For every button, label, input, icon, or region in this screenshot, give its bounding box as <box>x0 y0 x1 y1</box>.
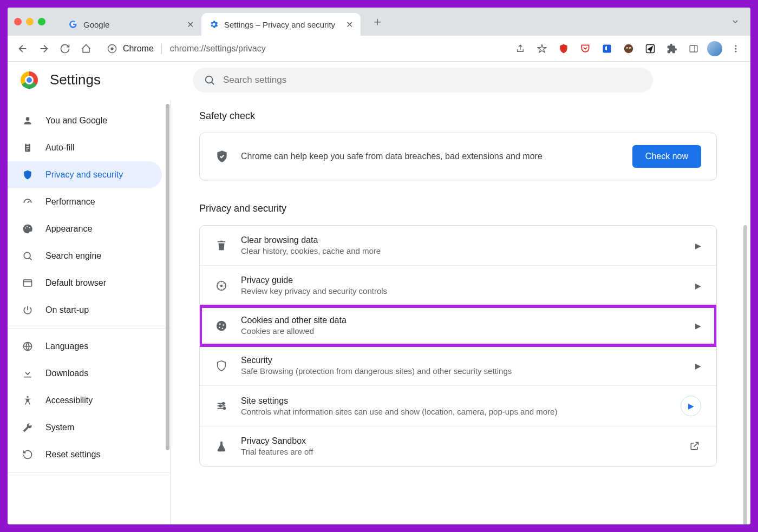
tab-settings[interactable]: Settings – Privacy and security ✕ <box>201 13 361 36</box>
sidebar-item-label: System <box>45 423 74 432</box>
safety-check-card: Chrome can help keep you safe from data … <box>199 133 717 180</box>
sidebar-item-appearance[interactable]: Appearance <box>8 215 162 242</box>
svg-rect-16 <box>25 144 30 152</box>
svg-point-26 <box>221 285 223 286</box>
share-icon[interactable] <box>512 41 528 57</box>
new-tab-button[interactable]: ＋ <box>366 11 389 32</box>
extensions-button[interactable] <box>664 41 680 57</box>
close-tab-icon[interactable]: ✕ <box>346 19 353 30</box>
svg-rect-10 <box>690 45 697 52</box>
svg-point-14 <box>206 76 213 83</box>
app-content: Settings You and Google Auto-fill <box>8 62 750 524</box>
row-clear-browsing-data[interactable]: Clear browsing data Clear history, cooki… <box>200 226 716 266</box>
sidebar-item-on-startup[interactable]: On start-up <box>8 297 162 324</box>
address-label: Chrome <box>123 44 154 54</box>
svg-point-2 <box>110 47 113 50</box>
row-title: Privacy Sandbox <box>241 436 689 446</box>
sidebar-item-privacy[interactable]: Privacy and security <box>8 161 162 188</box>
row-subtitle: Controls what information sites can use … <box>241 407 681 416</box>
extension-send-icon[interactable] <box>642 41 658 57</box>
extension-bitwarden-icon[interactable] <box>599 41 615 57</box>
row-cookies[interactable]: Cookies and other site data Cookies are … <box>200 306 716 346</box>
svg-point-28 <box>219 405 221 407</box>
svg-point-24 <box>27 396 28 398</box>
site-info-icon[interactable] <box>107 43 117 54</box>
palette-icon <box>22 223 34 235</box>
tab-google[interactable]: Google ✕ <box>61 13 201 36</box>
settings-header: Settings <box>8 62 750 101</box>
chevron-right-icon: ▶ <box>695 362 701 370</box>
sidebar-item-autofill[interactable]: Auto-fill <box>8 134 162 161</box>
row-title: Site settings <box>241 396 681 406</box>
row-title: Cookies and other site data <box>241 316 695 325</box>
close-window-button[interactable] <box>14 18 22 25</box>
address-url: chrome://settings/privacy <box>170 44 266 54</box>
tab-overflow-button[interactable] <box>727 13 744 30</box>
row-subtitle: Cookies are allowed <box>241 326 695 336</box>
row-privacy-sandbox[interactable]: Privacy Sandbox Trial features are off <box>200 426 716 466</box>
back-button[interactable] <box>14 40 31 58</box>
search-input[interactable] <box>223 75 642 86</box>
svg-point-12 <box>735 48 737 49</box>
flask-icon <box>215 440 228 453</box>
extension-ublock-icon[interactable] <box>556 41 572 57</box>
row-title: Security <box>241 356 695 365</box>
sidebar-scrollbar[interactable] <box>166 104 169 450</box>
trash-icon <box>215 239 228 252</box>
sidebar-item-languages[interactable]: Languages <box>8 333 162 360</box>
window-icon <box>22 277 34 289</box>
reload-button[interactable] <box>56 40 73 58</box>
settings-favicon-icon <box>209 19 219 29</box>
extension-owl-icon[interactable] <box>620 41 637 57</box>
minimize-window-button[interactable] <box>26 18 34 25</box>
safety-check-message: Chrome can help keep you safe from data … <box>241 152 620 161</box>
sidebar-item-default-browser[interactable]: Default browser <box>8 270 162 297</box>
row-title: Privacy guide <box>241 275 695 285</box>
forward-button[interactable] <box>35 40 52 58</box>
power-icon <box>22 304 34 316</box>
toolbar-actions <box>512 41 744 57</box>
main-scrollbar[interactable] <box>743 225 747 524</box>
sidebar-item-performance[interactable]: Performance <box>8 188 162 215</box>
kebab-menu-icon[interactable] <box>728 41 744 57</box>
sidebar-item-system[interactable]: System <box>8 414 162 441</box>
bookmark-icon[interactable] <box>534 41 550 57</box>
sidebar-item-you-and-google[interactable]: You and Google <box>8 107 162 134</box>
row-security[interactable]: Security Safe Browsing (protection from … <box>200 346 716 386</box>
browser-window: Google ✕ Settings – Privacy and security… <box>4 4 754 528</box>
svg-point-15 <box>26 117 30 121</box>
settings-main: Safety check Chrome can help keep you sa… <box>171 101 750 524</box>
compass-icon <box>215 279 228 292</box>
wrench-icon <box>22 422 34 434</box>
chrome-logo-icon <box>21 71 38 89</box>
maximize-window-button[interactable] <box>38 18 45 25</box>
home-button[interactable] <box>78 40 95 58</box>
svg-point-8 <box>630 48 631 49</box>
check-now-button[interactable]: Check now <box>632 145 701 168</box>
close-tab-icon[interactable]: ✕ <box>187 19 194 30</box>
sidebar-item-label: Downloads <box>45 369 88 378</box>
sidepanel-icon[interactable] <box>685 41 702 57</box>
svg-point-29 <box>224 408 226 410</box>
svg-point-20 <box>29 227 30 228</box>
extension-pocket-icon[interactable] <box>577 41 593 57</box>
row-site-settings[interactable]: Site settings Controls what information … <box>200 386 716 426</box>
address-bar[interactable]: Chrome │ chrome://settings/privacy <box>99 39 508 58</box>
row-privacy-guide[interactable]: Privacy guide Review key privacy and sec… <box>200 266 716 306</box>
tune-icon <box>215 399 228 412</box>
search-icon <box>204 74 215 86</box>
sidebar-item-label: Search engine <box>45 251 101 261</box>
sidebar-item-label: Privacy and security <box>45 170 123 180</box>
svg-rect-17 <box>27 143 29 145</box>
sidebar-item-label: Accessibility <box>45 396 93 405</box>
settings-search[interactable] <box>193 68 653 93</box>
row-subtitle: Review key privacy and security controls <box>241 286 695 295</box>
sidebar-item-reset[interactable]: Reset settings <box>8 441 162 468</box>
profile-avatar[interactable] <box>707 41 722 56</box>
sidebar-item-search-engine[interactable]: Search engine <box>8 242 162 270</box>
external-link-icon <box>689 441 701 452</box>
sidebar-item-downloads[interactable]: Downloads <box>8 360 162 387</box>
sidebar-item-accessibility[interactable]: Accessibility <box>8 387 162 414</box>
download-icon <box>22 367 34 379</box>
safety-check-title: Safety check <box>199 110 717 122</box>
